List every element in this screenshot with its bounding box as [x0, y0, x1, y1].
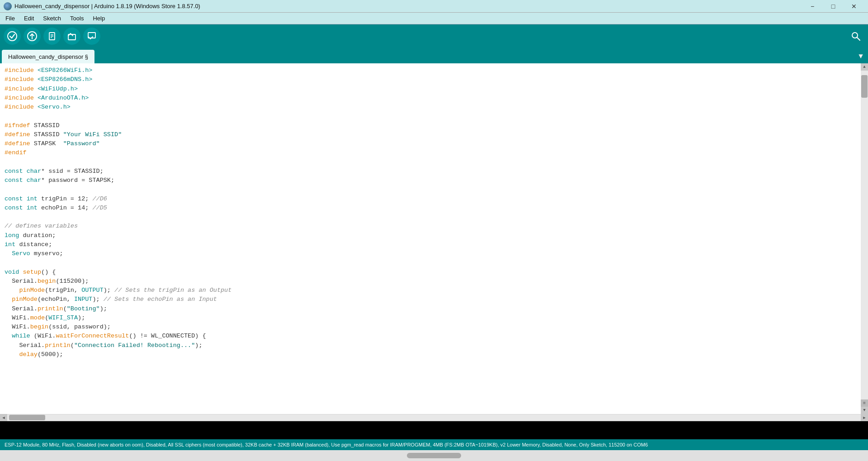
scroll-down-button[interactable]: ▼	[861, 407, 868, 414]
window-title: Halloween_candy_dispensor | Arduino 1.8.…	[14, 3, 799, 10]
menu-edit[interactable]: Edit	[20, 14, 38, 23]
menu-file[interactable]: File	[2, 14, 19, 23]
maximize-button[interactable]: □	[823, 0, 844, 13]
scroll-track[interactable]	[861, 71, 868, 399]
toolbar	[0, 24, 868, 48]
vertical-scrollbar[interactable]: ▲ ≡ ▼	[861, 63, 868, 414]
tabs-bar: Halloween_candy_dispensor § ▼	[0, 48, 868, 63]
hscroll-thumb[interactable]	[9, 415, 45, 420]
upload-button[interactable]	[24, 28, 41, 45]
title-bar: Halloween_candy_dispensor | Arduino 1.8.…	[0, 0, 868, 13]
tab-dropdown[interactable]: ▼	[855, 50, 866, 63]
svg-point-0	[8, 32, 17, 41]
hscroll-track[interactable]	[7, 415, 861, 420]
scroll-thumb[interactable]	[861, 75, 868, 98]
menu-tools[interactable]: Tools	[66, 14, 87, 23]
console-panel	[0, 421, 868, 439]
save-file-icon	[87, 31, 97, 41]
console-output	[0, 421, 868, 425]
menu-sketch[interactable]: Sketch	[39, 14, 65, 23]
code-editor-wrapper: #include <ESP8266WiFi.h> #include <ESP82…	[0, 63, 868, 414]
upload-icon	[27, 31, 37, 41]
menu-help[interactable]: Help	[89, 14, 108, 23]
app-icon	[4, 2, 12, 10]
new-file-icon	[47, 31, 57, 41]
verify-button[interactable]	[4, 28, 21, 45]
scroll-up-button[interactable]: ▲	[861, 63, 868, 71]
svg-point-9	[852, 33, 858, 38]
save-button[interactable]	[83, 28, 100, 45]
svg-line-10	[857, 38, 860, 40]
horizontal-scrollbar[interactable]: ◀ ▶	[0, 414, 868, 421]
open-file-icon	[67, 31, 77, 41]
verify-icon	[7, 31, 17, 41]
menu-bar: File Edit Sketch Tools Help	[0, 13, 868, 24]
code-editor[interactable]: #include <ESP8266WiFi.h> #include <ESP82…	[0, 63, 861, 414]
tab-label: Halloween_candy_dispensor §	[8, 53, 88, 60]
status-text: ESP-12 Module, 80 MHz, Flash, Disabled (…	[5, 442, 648, 447]
search-icon	[851, 31, 861, 41]
window-controls: − □ ✕	[802, 0, 864, 13]
scroll-menu-button[interactable]: ≡	[861, 399, 868, 407]
close-button[interactable]: ✕	[844, 0, 864, 13]
open-button[interactable]	[63, 28, 80, 45]
new-button[interactable]	[43, 28, 61, 45]
hscroll-right-button[interactable]: ▶	[861, 414, 868, 421]
minimize-button[interactable]: −	[802, 0, 823, 13]
bottom-scroll-area[interactable]	[0, 450, 868, 461]
search-button[interactable]	[847, 28, 864, 45]
bottom-scroll-thumb[interactable]	[407, 453, 461, 458]
hscroll-left-button[interactable]: ◀	[0, 414, 7, 421]
active-tab[interactable]: Halloween_candy_dispensor §	[2, 50, 94, 63]
status-bar: ESP-12 Module, 80 MHz, Flash, Disabled (…	[0, 439, 868, 450]
